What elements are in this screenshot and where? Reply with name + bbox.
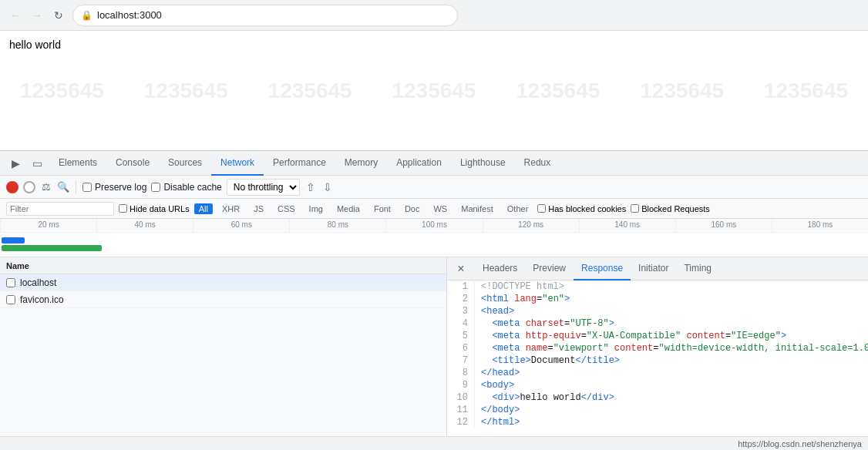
devtools-tab-bar: ▶ ▭ Elements Console Sources Network Per… bbox=[0, 151, 868, 176]
filter-type-ws[interactable]: WS bbox=[429, 203, 452, 214]
row-checkbox-favicon[interactable] bbox=[6, 295, 15, 304]
detail-tab-bar: × Headers Preview Response Initiator Tim… bbox=[447, 257, 868, 280]
code-line-3: 3 <head> bbox=[447, 305, 868, 317]
page-content: hello world 1235645 1235645 1235645 1235… bbox=[0, 31, 868, 150]
tab-elements[interactable]: Elements bbox=[49, 151, 106, 176]
preserve-log-label[interactable]: Preserve log bbox=[82, 182, 146, 193]
preserve-log-checkbox[interactable] bbox=[82, 183, 92, 192]
timeline-bar-blue bbox=[2, 237, 25, 243]
hide-data-urls-checkbox[interactable] bbox=[119, 204, 127, 213]
record-button[interactable] bbox=[6, 181, 19, 193]
filter-input[interactable] bbox=[6, 202, 114, 216]
tick-120: 120 ms bbox=[483, 219, 579, 232]
tab-application[interactable]: Application bbox=[387, 151, 451, 176]
tab-memory[interactable]: Memory bbox=[335, 151, 387, 176]
disable-cache-checkbox[interactable] bbox=[151, 183, 160, 192]
code-line-2: 2 <html lang="en"> bbox=[447, 293, 868, 305]
split-area: Name localhost favicon.ico × Headers Pre… bbox=[0, 257, 868, 436]
filter-bar: Hide data URLs All XHR JS CSS Img Media … bbox=[0, 199, 868, 219]
url-text: localhost:3000 bbox=[97, 9, 162, 21]
hide-data-urls-label[interactable]: Hide data URLs bbox=[119, 204, 190, 213]
detail-panel: × Headers Preview Response Initiator Tim… bbox=[447, 257, 868, 436]
filter-type-doc[interactable]: Doc bbox=[400, 203, 425, 214]
code-line-5: 5 <meta http-equiv="X-UA-Compatible" con… bbox=[447, 330, 868, 342]
watermark: 1235645 1235645 1235645 1235645 1235645 … bbox=[0, 31, 868, 150]
code-line-9: 9 <body> bbox=[447, 379, 868, 391]
detail-tab-preview[interactable]: Preview bbox=[525, 257, 574, 280]
code-line-8: 8 </head> bbox=[447, 367, 868, 379]
network-row-localhost[interactable]: localhost bbox=[0, 274, 446, 291]
address-bar: 🔒 localhost:3000 bbox=[72, 5, 458, 26]
filter-type-xhr[interactable]: XHR bbox=[217, 203, 244, 214]
search-icon[interactable]: 🔍 bbox=[57, 181, 69, 193]
stop-button[interactable] bbox=[23, 181, 35, 193]
filter-type-img[interactable]: Img bbox=[304, 203, 328, 214]
filter-type-media[interactable]: Media bbox=[332, 203, 365, 214]
network-list: Name localhost favicon.ico bbox=[0, 257, 447, 436]
download-icon[interactable]: ⇩ bbox=[321, 181, 334, 193]
tick-60: 60 ms bbox=[193, 219, 289, 232]
page-hello-text: hello world bbox=[9, 39, 61, 51]
tab-console[interactable]: Console bbox=[106, 151, 159, 176]
code-line-6: 6 <meta name="viewport" content="width=d… bbox=[447, 342, 868, 354]
timeline-area: 20 ms 40 ms 60 ms 80 ms 100 ms 120 ms 14… bbox=[0, 219, 868, 257]
code-line-4: 4 <meta charset="UTF-8"> bbox=[447, 317, 868, 330]
code-line-12: 12 </html> bbox=[447, 416, 868, 428]
filter-type-manifest[interactable]: Manifest bbox=[456, 203, 498, 214]
tab-performance[interactable]: Performance bbox=[264, 151, 335, 176]
tick-180: 180 ms bbox=[772, 219, 868, 232]
filter-icon[interactable]: ⚖ bbox=[40, 181, 52, 193]
device-icon[interactable]: ▭ bbox=[28, 154, 46, 173]
tick-40: 40 ms bbox=[96, 219, 193, 232]
disable-cache-label[interactable]: Disable cache bbox=[151, 182, 221, 193]
tick-100: 100 ms bbox=[385, 219, 482, 232]
timeline-bar-green bbox=[2, 245, 102, 251]
filter-type-all[interactable]: All bbox=[194, 203, 213, 214]
network-row-favicon[interactable]: favicon.ico bbox=[0, 291, 446, 308]
upload-icon[interactable]: ⇧ bbox=[304, 181, 317, 193]
inspect-icon[interactable]: ▶ bbox=[6, 154, 25, 173]
has-blocked-label[interactable]: Has blocked cookies bbox=[537, 204, 626, 213]
network-list-header: Name bbox=[0, 257, 446, 274]
code-viewer: 1 <!DOCTYPE html> 2 <html lang="en"> 3 <… bbox=[447, 280, 868, 436]
code-line-11: 11 </body> bbox=[447, 404, 868, 416]
detail-tab-initiator[interactable]: Initiator bbox=[631, 257, 676, 280]
filter-type-css[interactable]: CSS bbox=[273, 203, 300, 214]
network-list-rows: localhost favicon.ico bbox=[0, 274, 446, 436]
tab-network[interactable]: Network bbox=[211, 151, 264, 176]
detail-tab-response[interactable]: Response bbox=[574, 257, 631, 280]
throttle-select[interactable]: No throttling bbox=[227, 179, 300, 196]
filter-type-js[interactable]: JS bbox=[249, 203, 268, 214]
back-button[interactable]: ← bbox=[8, 8, 23, 23]
forward-button[interactable]: → bbox=[29, 8, 45, 23]
code-line-1: 1 <!DOCTYPE html> bbox=[447, 280, 868, 293]
tab-sources[interactable]: Sources bbox=[159, 151, 211, 176]
timeline-bars bbox=[0, 233, 868, 257]
lock-icon: 🔒 bbox=[81, 10, 93, 21]
filter-type-other[interactable]: Other bbox=[503, 203, 533, 214]
tab-redux[interactable]: Redux bbox=[515, 151, 560, 176]
has-blocked-checkbox[interactable] bbox=[537, 204, 546, 213]
browser-toolbar: ← → ↻ 🔒 localhost:3000 bbox=[0, 0, 868, 31]
tick-20: 20 ms bbox=[0, 219, 96, 232]
refresh-button[interactable]: ↻ bbox=[51, 8, 66, 23]
status-bar: https://blog.csdn.net/shenzhenya bbox=[0, 436, 868, 450]
code-line-10: 10 <div>hello world</div> bbox=[447, 391, 868, 404]
tick-160: 160 ms bbox=[675, 219, 772, 232]
network-toolbar: ⚖ 🔍 Preserve log Disable cache No thrott… bbox=[0, 176, 868, 199]
detail-tab-headers[interactable]: Headers bbox=[475, 257, 525, 280]
detail-close-button[interactable]: × bbox=[453, 261, 469, 277]
row-name-favicon: favicon.ico bbox=[20, 294, 440, 305]
tab-lighthouse[interactable]: Lighthouse bbox=[451, 151, 515, 176]
row-checkbox-localhost[interactable] bbox=[6, 278, 15, 287]
row-name-localhost: localhost bbox=[20, 277, 440, 288]
blocked-requests-checkbox[interactable] bbox=[631, 204, 639, 213]
tick-140: 140 ms bbox=[579, 219, 675, 232]
status-url: https://blog.csdn.net/shenzhenya bbox=[738, 439, 862, 448]
blocked-requests-label[interactable]: Blocked Requests bbox=[631, 204, 710, 213]
filter-type-font[interactable]: Font bbox=[369, 203, 395, 214]
detail-tab-timing[interactable]: Timing bbox=[676, 257, 719, 280]
separator-1 bbox=[76, 180, 76, 194]
devtools-panel: ▶ ▭ Elements Console Sources Network Per… bbox=[0, 150, 868, 450]
code-line-7: 7 <title>Document</title> bbox=[447, 354, 868, 367]
